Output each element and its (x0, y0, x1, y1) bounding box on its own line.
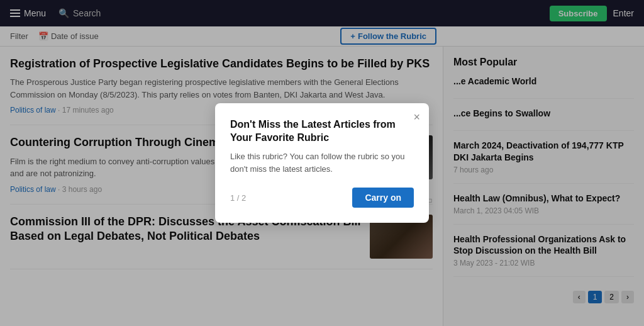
modal-body: Like this rubric? You can follow the rub… (230, 150, 414, 175)
carry-on-button[interactable]: Carry on (352, 188, 414, 208)
modal-footer: 1 / 2 Carry on (230, 188, 414, 208)
modal: × Don't Miss the Latest Articles from Yo… (215, 103, 429, 223)
modal-close-button[interactable]: × (413, 111, 420, 124)
modal-overlay[interactable]: × Don't Miss the Latest Articles from Yo… (0, 0, 644, 326)
modal-title: Don't Miss the Latest Articles from Your… (230, 118, 414, 145)
modal-pagination: 1 / 2 (230, 193, 246, 203)
